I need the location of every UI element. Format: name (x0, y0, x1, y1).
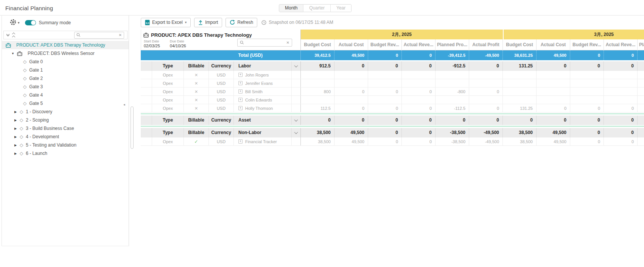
value-cell[interactable]: 0 (570, 137, 604, 145)
value-cell[interactable] (402, 96, 436, 104)
billable-cell[interactable]: ✕ (184, 96, 209, 104)
value-cell[interactable] (570, 71, 604, 79)
value-cell[interactable]: 0 (604, 137, 638, 145)
currency-cell[interactable]: USD (209, 104, 234, 112)
column-header-planned-pro[interactable]: Planned Pro... (436, 39, 469, 50)
value-cell[interactable]: 0 (537, 104, 570, 112)
tree-item-gate-0[interactable]: ◇Gate 0 (2, 58, 129, 66)
tree-item-4-development[interactable]: ▶◇4 - Development (2, 133, 129, 141)
column-header-actual-reve[interactable]: Actual Reve... (402, 39, 436, 50)
vertical-scrollbar[interactable] (131, 106, 134, 149)
row-name-cell[interactable]: +John Rogers (234, 71, 292, 79)
export-to-excel-button[interactable]: XLS Export to Excel ▾ (141, 18, 191, 27)
value-cell[interactable]: 0 (604, 104, 638, 112)
value-cell[interactable] (638, 137, 644, 145)
tree-item-5-testing-and-validation[interactable]: ▶◇5 - Testing and Validation (2, 141, 129, 149)
expand-row-icon[interactable]: + (238, 139, 243, 144)
tab-quarter[interactable]: Quarter (303, 5, 331, 12)
value-cell[interactable] (436, 71, 469, 79)
tree-expand-arrow-icon[interactable]: ▼ (11, 52, 15, 55)
expand-row-icon[interactable]: + (238, 89, 243, 94)
start-date-value[interactable]: 02/03/25 (144, 44, 160, 48)
type-cell[interactable]: Opex (152, 96, 184, 104)
value-cell[interactable]: 0 (402, 104, 436, 112)
currency-cell[interactable]: USD (209, 137, 234, 145)
value-cell[interactable] (503, 96, 537, 104)
value-cell[interactable] (638, 79, 644, 87)
value-cell[interactable] (604, 71, 638, 79)
value-cell[interactable] (570, 96, 604, 104)
value-cell[interactable] (604, 96, 638, 104)
value-cell[interactable] (301, 71, 334, 79)
tree-expand-arrow-icon[interactable]: ▶ (14, 127, 17, 130)
value-cell[interactable] (537, 79, 570, 87)
value-cell[interactable] (368, 71, 402, 79)
tree-expand-arrow-icon[interactable]: ▶ (14, 152, 17, 155)
value-cell[interactable] (334, 79, 368, 87)
value-cell[interactable]: 0 (402, 137, 436, 145)
tree-item-6-launch[interactable]: ▶◇6 - Launch (2, 149, 129, 158)
column-header-actual-profit[interactable]: Actual Profit (469, 39, 503, 50)
tree-expand-arrow-icon[interactable]: ▶ (14, 110, 17, 114)
row-name-cell[interactable]: +Jennifer Evans (234, 79, 292, 87)
tab-year[interactable]: Year (331, 5, 351, 12)
value-cell[interactable]: 38,500 (503, 137, 537, 145)
billable-cell[interactable]: ✕ (184, 79, 209, 87)
value-cell[interactable] (638, 87, 644, 95)
value-cell[interactable] (638, 96, 644, 104)
billable-cell[interactable]: ✕ (184, 104, 209, 112)
type-cell[interactable]: Opex (152, 87, 184, 95)
value-cell[interactable]: 0 (368, 87, 402, 95)
value-cell[interactable] (402, 71, 436, 79)
refresh-button[interactable]: Refresh (226, 18, 257, 27)
tree-item-3-build-business-case[interactable]: ▶◇3 - Build Business Case (2, 124, 129, 133)
section-menu-button[interactable] (292, 128, 300, 137)
column-header-budget-rev[interactable]: Budget Rev... (570, 39, 604, 50)
panel-collapse-handle[interactable]: ◂ (123, 103, 125, 106)
value-cell[interactable] (469, 96, 503, 104)
clear-search-icon[interactable]: ✕ (119, 33, 122, 37)
clear-search-icon[interactable]: ✕ (286, 41, 289, 45)
value-cell[interactable]: 0 (368, 137, 402, 145)
billable-cell[interactable]: ✕ (184, 87, 209, 95)
collapse-all-button[interactable] (7, 34, 9, 36)
value-cell[interactable] (604, 79, 638, 87)
value-cell[interactable]: 800 (301, 87, 334, 95)
column-header-budget-rev[interactable]: Budget Rev... (368, 39, 402, 50)
value-cell[interactable]: -49,500 (469, 137, 503, 145)
import-button[interactable]: Import (194, 18, 222, 27)
type-cell[interactable]: Opex (152, 104, 184, 112)
tree-expand-arrow-icon[interactable]: ▶ (14, 119, 17, 122)
tree-item-product-apex-dbs-therapy-technology[interactable]: PRODUCT: APEX DBS Therapy Technology (2, 41, 129, 49)
tree-item-project-dbs-wireless-sensor[interactable]: ▼PROJECT: DBS Wireless Sensor (2, 49, 129, 58)
value-cell[interactable]: 38,500 (301, 137, 334, 145)
summary-mode-toggle[interactable] (25, 20, 36, 25)
expand-row-icon[interactable]: + (238, 106, 243, 110)
value-cell[interactable] (368, 96, 402, 104)
billable-cell[interactable]: ✓ (184, 137, 209, 145)
value-cell[interactable]: -112.5 (436, 104, 469, 112)
billable-cell[interactable]: ✕ (184, 71, 209, 79)
value-cell[interactable] (436, 96, 469, 104)
tree-expand-arrow-icon[interactable]: ▶ (14, 135, 17, 139)
value-cell[interactable] (402, 79, 436, 87)
row-name-cell[interactable]: +Bill Smith (234, 87, 292, 95)
value-cell[interactable] (503, 87, 537, 95)
grid-search-input[interactable] (246, 40, 285, 45)
value-cell[interactable] (334, 71, 368, 79)
value-cell[interactable] (537, 87, 570, 95)
column-header-actual-reve[interactable]: Actual Reve... (604, 39, 638, 50)
value-cell[interactable]: 0 (570, 104, 604, 112)
value-cell[interactable] (301, 96, 334, 104)
column-header-actual-cost[interactable]: Actual Cost (334, 39, 368, 50)
tree-expand-arrow-icon[interactable]: ▶ (14, 144, 17, 147)
value-cell[interactable] (503, 79, 537, 87)
value-cell[interactable] (570, 87, 604, 95)
settings-menu-button[interactable]: ▾ (9, 19, 20, 27)
row-name-cell[interactable]: +Financial Tracker (234, 137, 292, 145)
value-cell[interactable] (638, 104, 644, 112)
tree-search-input[interactable] (82, 33, 117, 38)
type-cell[interactable]: Opex (152, 79, 184, 87)
section-menu-button[interactable] (292, 61, 300, 71)
section-menu-button[interactable] (292, 116, 300, 125)
